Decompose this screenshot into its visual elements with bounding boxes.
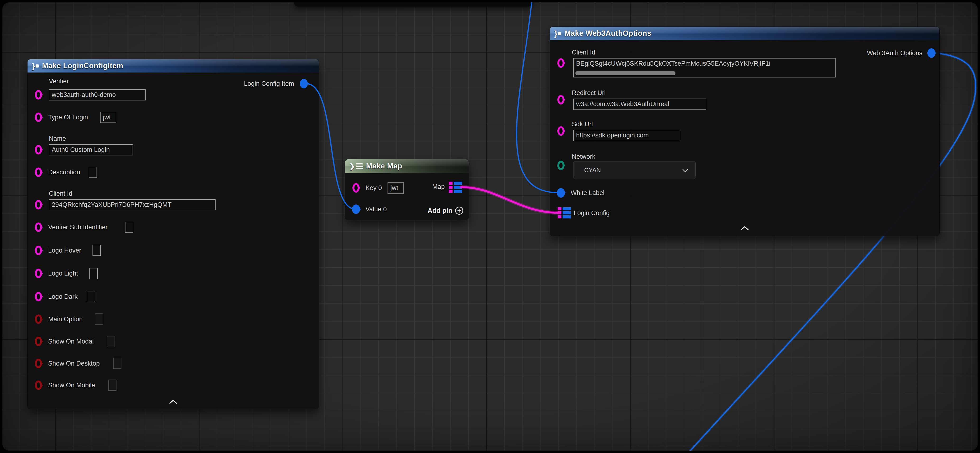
output-pin-web3auth-options[interactable] [928, 48, 935, 58]
pin-label-show-on-modal: Show On Modal [48, 338, 94, 345]
collapse-node-chevron-icon[interactable] [168, 399, 178, 405]
node-title: Make Web3AuthOptions [565, 29, 651, 38]
key-0-field[interactable]: jwt [388, 182, 404, 193]
pin-label-sdk-url: Sdk Url [572, 120, 593, 128]
pin-label-logo-light: Logo Light [48, 270, 78, 277]
pin-label-login-config: Login Config [574, 209, 610, 217]
description-field[interactable] [89, 167, 97, 178]
pin-label-network: Network [572, 153, 595, 160]
sdk-url-field[interactable]: https://sdk.openlogin.com [573, 130, 681, 141]
pin-label-value-0: Value 0 [366, 206, 387, 213]
pin-main-option[interactable] [35, 314, 42, 324]
pin-label-redirect-url: Redirect Url [572, 89, 606, 97]
add-pin-label: Add pin [428, 207, 452, 214]
network-dropdown[interactable]: CYAN [573, 161, 696, 179]
show-on-modal-checkbox[interactable] [107, 336, 115, 347]
node-make-loginconfigitem[interactable]: } Make LoginConfigItem Login Config Item… [27, 59, 319, 409]
main-option-checkbox[interactable] [95, 314, 103, 325]
pin-label-name: Name [49, 135, 66, 142]
type-of-login-field[interactable]: jwt [100, 112, 116, 123]
add-pin-button[interactable]: Add pin + [406, 207, 463, 215]
pin-label-map: Map [412, 183, 445, 190]
pin-sdk-url[interactable] [557, 126, 565, 136]
pin-label-white-label: White Label [571, 189, 605, 196]
node-make-web3authoptions[interactable]: } Make Web3AuthOptions Web 3Auth Options… [550, 27, 939, 236]
show-on-desktop-checkbox[interactable] [113, 358, 121, 369]
collapse-node-chevron-icon[interactable] [740, 225, 750, 231]
pin-network[interactable] [557, 161, 565, 170]
chevron-down-icon [682, 166, 688, 172]
pin-name[interactable] [35, 145, 42, 154]
node-header-make-web3authoptions[interactable]: } Make Web3AuthOptions [550, 27, 939, 40]
node-title: Make Map [366, 162, 402, 170]
pin-key-0[interactable] [352, 183, 360, 193]
verifier-field[interactable]: web3auth-auth0-demo [49, 89, 146, 100]
pin-verifier-sub-identifier[interactable] [35, 222, 42, 232]
pin-logo-hover[interactable] [35, 246, 42, 255]
output-pin-login-config-item[interactable] [300, 79, 308, 89]
output-pin-label: Login Config Item [215, 80, 294, 87]
pin-type-of-login[interactable] [35, 112, 42, 122]
pin-show-on-modal[interactable] [35, 337, 42, 346]
pin-show-on-mobile[interactable] [35, 380, 42, 390]
pin-client-id[interactable] [35, 200, 42, 209]
pin-label-verifier-sub-identifier: Verifier Sub Identifier [48, 224, 108, 231]
pin-label-type-of-login: Type Of Login [48, 114, 88, 121]
logo-dark-field[interactable] [87, 291, 95, 302]
make-map-icon: ❯ [349, 162, 363, 170]
make-struct-icon: } [554, 29, 561, 38]
client-id-value: BEglQSgt4cUWcj6SKRdu5QkOXTsePmMcusG5EAoy… [576, 60, 770, 67]
pin-label-key-0: Key 0 [366, 184, 382, 192]
pin-logo-light[interactable] [35, 269, 42, 278]
pin-white-label[interactable] [557, 188, 565, 198]
node-header-make-map[interactable]: ❯ Make Map [345, 159, 469, 173]
pin-show-on-desktop[interactable] [35, 359, 42, 368]
logo-light-field[interactable] [89, 268, 98, 279]
output-pin-map[interactable] [449, 182, 462, 193]
show-on-mobile-checkbox[interactable] [108, 380, 116, 391]
pin-label-client-id: Client Id [49, 190, 72, 197]
name-field[interactable]: Auth0 Custom Login [49, 144, 133, 155]
pin-label-show-on-desktop: Show On Desktop [48, 360, 100, 367]
graph-viewport[interactable]: } Make LoginConfigItem Login Config Item… [2, 2, 978, 451]
pin-redirect-url[interactable] [557, 95, 565, 105]
pin-label-logo-hover: Logo Hover [48, 247, 81, 254]
make-struct-icon: } [32, 61, 39, 71]
output-pin-label: Web 3Auth Options [823, 49, 923, 57]
pin-description[interactable] [35, 168, 42, 177]
pin-label-main-option: Main Option [48, 315, 83, 323]
client-id-field[interactable]: 294QRkchfq2YaXUbPri7D6PH7xzHgQMT [49, 199, 216, 211]
network-selected-value: CYAN [573, 166, 683, 174]
node-make-map[interactable]: ❯ Make Map Key 0 jwt Map Value 0 Add pin… [345, 159, 469, 220]
node-header-make-loginconfigitem[interactable]: } Make LoginConfigItem [27, 59, 319, 73]
pin-verifier[interactable] [35, 90, 42, 100]
verifier-sub-identifier-field[interactable] [125, 222, 133, 233]
add-pin-plus-icon: + [455, 207, 463, 215]
node-title: Make LoginConfigItem [42, 62, 123, 70]
pin-label-show-on-mobile: Show On Mobile [48, 382, 95, 389]
offscreen-node-bottom-edge[interactable] [294, 2, 532, 6]
pin-label-client-id: Client Id [572, 49, 595, 56]
pin-label-description: Description [48, 169, 80, 176]
pin-label-verifier: Verifier [49, 78, 69, 85]
logo-hover-field[interactable] [92, 245, 101, 256]
pin-value-0[interactable] [352, 204, 360, 214]
pin-client-id[interactable] [557, 58, 565, 68]
pin-logo-dark[interactable] [35, 292, 42, 301]
client-id-field[interactable]: BEglQSgt4cUWcj6SKRdu5QkOXTsePmMcusG5EAoy… [573, 58, 835, 78]
pin-label-logo-dark: Logo Dark [48, 293, 78, 300]
pin-login-config[interactable] [558, 207, 571, 219]
field-scrollbar[interactable] [575, 71, 676, 75]
redirect-url-field[interactable]: w3a://com.w3a.Web3AuthUnreal [573, 98, 706, 110]
